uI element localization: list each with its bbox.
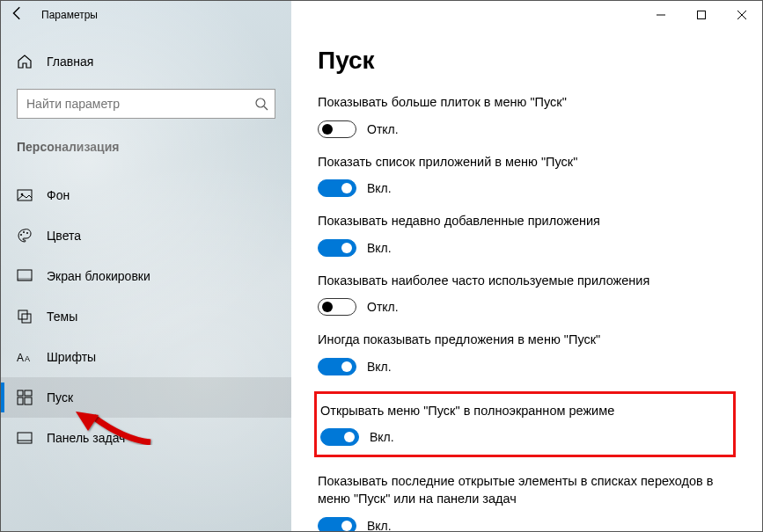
page-heading: Пуск (318, 47, 736, 75)
svg-point-4 (256, 98, 265, 107)
sidebar-item-taskbar[interactable]: Панель задач (1, 418, 291, 458)
setting-row: Показывать больше плиток в меню "Пуск"От… (318, 94, 736, 138)
setting-row: Показать список приложений в меню "Пуск"… (318, 154, 736, 198)
content-area: Пуск Показывать больше плиток в меню "Пу… (291, 1, 762, 531)
home-icon (17, 54, 33, 69)
svg-point-10 (26, 232, 28, 234)
toggle-state-label: Вкл. (367, 360, 392, 374)
sidebar-item-fonts[interactable]: AA Шрифты (1, 337, 291, 377)
sidebar-item-label: Панель задач (47, 431, 125, 445)
toggle-state-label: Вкл. (370, 430, 394, 444)
toggle-state-label: Вкл. (367, 241, 392, 255)
highlighted-setting: Открывать меню "Пуск" в полноэкранном ре… (314, 391, 736, 458)
themes-icon (17, 309, 33, 324)
titlebar: Параметры (1, 1, 762, 29)
toggle-state-label: Вкл. (367, 519, 392, 532)
home-nav[interactable]: Главная (1, 41, 291, 82)
section-title: Персонализация (1, 131, 291, 163)
svg-rect-13 (18, 310, 27, 319)
sidebar-item-themes[interactable]: Темы (1, 296, 291, 337)
sidebar-item-label: Шрифты (47, 350, 96, 364)
toggle-switch[interactable] (318, 358, 356, 375)
svg-rect-19 (18, 397, 23, 404)
svg-rect-18 (25, 390, 32, 396)
search-input[interactable] (17, 89, 275, 119)
toggle-switch[interactable] (318, 298, 356, 316)
setting-label: Иногда показывать предложения в меню "Пу… (318, 332, 736, 349)
setting-row: Показывать недавно добавленные приложени… (318, 213, 736, 257)
svg-line-5 (264, 106, 268, 110)
setting-label: Показывать наиболее часто используемые п… (318, 273, 736, 290)
sidebar-item-label: Пуск (47, 390, 73, 404)
svg-point-8 (20, 234, 22, 236)
setting-label: Открывать меню "Пуск" в полноэкранном ре… (317, 403, 717, 420)
sidebar-item-start[interactable]: Пуск (1, 377, 291, 418)
sidebar-item-lockscreen[interactable]: Экран блокировки (1, 256, 291, 296)
setting-label: Показать список приложений в меню "Пуск" (318, 154, 736, 171)
setting-row: Иногда показывать предложения в меню "Пу… (318, 332, 736, 375)
window-title: Параметры (41, 9, 98, 21)
sidebar-item-colors[interactable]: Цвета (1, 215, 291, 256)
sidebar-item-background[interactable]: Фон (1, 175, 291, 215)
setting-row: Показывать последние открытые элементы в… (318, 473, 736, 531)
picture-icon (17, 187, 33, 203)
svg-rect-21 (18, 433, 32, 443)
toggle-state-label: Откл. (367, 122, 399, 136)
maximize-button[interactable] (681, 1, 722, 29)
svg-rect-12 (18, 278, 32, 281)
palette-icon (17, 228, 33, 244)
setting-label: Показывать последние открытые элементы в… (318, 473, 736, 507)
svg-rect-14 (22, 314, 31, 323)
sidebar: Главная Персонализация Фон Цвета Экран б… (1, 1, 291, 531)
sidebar-item-label: Цвета (47, 229, 81, 243)
svg-rect-17 (18, 390, 23, 396)
close-button[interactable] (722, 1, 762, 29)
lockscreen-icon (17, 268, 33, 284)
sidebar-item-label: Фон (47, 188, 70, 202)
start-icon (17, 390, 33, 405)
sidebar-item-label: Экран блокировки (47, 269, 150, 283)
svg-rect-20 (25, 397, 32, 404)
toggle-switch[interactable] (318, 179, 356, 197)
svg-text:A: A (25, 354, 30, 363)
sidebar-item-label: Темы (47, 310, 77, 324)
toggle-switch[interactable] (318, 517, 356, 532)
back-button[interactable] (10, 5, 26, 25)
setting-row: Показывать наиболее часто используемые п… (318, 273, 736, 317)
toggle-switch[interactable] (320, 428, 359, 446)
search-icon (254, 89, 268, 119)
toggle-state-label: Вкл. (367, 181, 392, 195)
svg-text:A: A (17, 352, 24, 364)
svg-point-9 (23, 231, 25, 233)
fonts-icon: AA (17, 349, 33, 365)
toggle-switch[interactable] (318, 120, 356, 138)
minimize-button[interactable] (641, 1, 681, 29)
toggle-state-label: Откл. (367, 300, 399, 314)
home-label: Главная (47, 55, 93, 69)
setting-label: Показывать недавно добавленные приложени… (318, 213, 736, 230)
svg-rect-1 (698, 11, 706, 19)
taskbar-icon (17, 430, 33, 446)
toggle-switch[interactable] (318, 239, 356, 257)
setting-label: Показывать больше плиток в меню "Пуск" (318, 94, 736, 112)
